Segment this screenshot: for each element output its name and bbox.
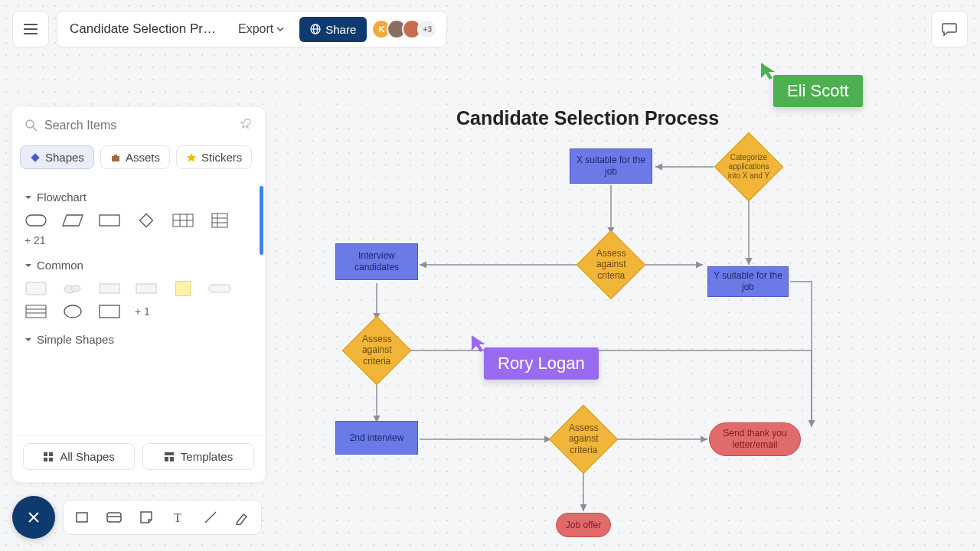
flowchart-more[interactable]: + 21 [24, 234, 253, 246]
templates-button[interactable]: Templates [142, 443, 254, 470]
briefcase-icon [110, 152, 121, 163]
svg-rect-9 [112, 156, 119, 161]
shape-cloud[interactable] [61, 279, 84, 298]
svg-rect-26 [136, 284, 156, 293]
node-job-offer[interactable]: Job offer [556, 513, 611, 537]
svg-rect-13 [140, 214, 153, 227]
shapes-panel: Shapes Assets Stickers Flowchart + 21 Co [12, 107, 265, 482]
chevron-down-icon [276, 27, 284, 31]
all-shapes-button[interactable]: All Shapes [23, 443, 135, 470]
svg-text:T: T [174, 511, 181, 524]
tool-text[interactable]: T [165, 504, 192, 531]
svg-rect-43 [107, 513, 121, 522]
node-assess3[interactable]: Assess against criteria [549, 405, 619, 474]
shape-card1[interactable] [24, 279, 47, 298]
tool-highlighter[interactable] [229, 504, 256, 531]
chevron-down-icon [24, 336, 32, 344]
node-categorize[interactable]: Categorize applications into X and Y [714, 132, 784, 202]
svg-rect-27 [209, 285, 230, 292]
section-common[interactable]: Common [24, 259, 253, 272]
tool-line[interactable] [197, 504, 224, 531]
svg-point-6 [26, 120, 34, 128]
svg-line-7 [33, 127, 37, 131]
tab-shapes[interactable]: Shapes [20, 145, 94, 169]
svg-rect-12 [100, 215, 119, 226]
node-assess2[interactable]: Assess against criteria [342, 316, 412, 386]
section-flowchart[interactable]: Flowchart [24, 191, 253, 204]
comments-button[interactable] [931, 11, 968, 47]
cursor-user1: Eli Scott [773, 75, 863, 107]
node-assess1[interactable]: Assess against criteria [577, 230, 646, 300]
grid-icon [43, 452, 54, 462]
shape-card2[interactable] [98, 279, 121, 298]
svg-rect-18 [212, 214, 227, 227]
avatar-more[interactable]: +3 [417, 19, 437, 39]
cursor-user2: Rory Logan [484, 347, 599, 380]
section-simple[interactable]: Simple Shapes [24, 333, 253, 346]
svg-rect-28 [26, 305, 46, 318]
chevron-down-icon [24, 262, 32, 269]
diamond-icon [30, 152, 41, 163]
svg-rect-8 [31, 153, 39, 161]
chat-icon [941, 21, 958, 37]
common-more[interactable]: + 1 [135, 305, 150, 318]
canvas-title: Candidate Selection Process [456, 107, 719, 129]
shape-terminator[interactable] [24, 211, 47, 230]
svg-rect-37 [165, 452, 174, 455]
node-interview[interactable]: Interview candidates [335, 243, 418, 280]
svg-rect-11 [26, 215, 46, 226]
svg-rect-38 [165, 457, 168, 461]
shape-pill[interactable] [208, 279, 231, 298]
shape-rectangle[interactable] [98, 211, 121, 230]
shape-sticky[interactable] [172, 279, 194, 298]
tab-stickers[interactable]: Stickers [176, 145, 252, 169]
tool-card[interactable] [100, 504, 128, 531]
tool-strip: T [63, 500, 262, 535]
shape-rows[interactable] [24, 302, 47, 321]
node-y-suitable[interactable]: Y suitable for the job [707, 266, 789, 297]
tool-sticky[interactable] [132, 504, 160, 531]
title-toolbar: Candidate Selection Pro… Export Share K … [57, 11, 447, 47]
svg-rect-10 [114, 155, 117, 156]
tool-rectangle[interactable] [68, 504, 96, 531]
shape-rect2[interactable] [98, 302, 121, 321]
shape-card3[interactable] [135, 279, 158, 298]
pin-icon[interactable] [240, 118, 253, 133]
svg-rect-34 [49, 452, 53, 456]
svg-line-46 [205, 512, 216, 523]
export-button[interactable]: Export [232, 22, 290, 36]
shape-diamond[interactable] [135, 211, 158, 230]
svg-rect-36 [49, 458, 53, 461]
svg-rect-33 [44, 452, 47, 456]
globe-icon [310, 24, 321, 34]
scrollbar[interactable] [260, 186, 263, 255]
svg-point-24 [71, 285, 80, 292]
svg-point-31 [64, 305, 81, 318]
node-x-suitable[interactable]: X suitable for the job [570, 148, 652, 184]
shape-ellipse[interactable] [61, 302, 84, 321]
tab-assets[interactable]: Assets [100, 145, 170, 169]
svg-rect-25 [100, 284, 119, 293]
share-button[interactable]: Share [299, 17, 367, 42]
star-icon [186, 152, 197, 163]
svg-rect-39 [170, 457, 174, 461]
svg-rect-42 [77, 513, 87, 522]
search-input[interactable] [44, 119, 234, 132]
svg-rect-22 [26, 282, 46, 295]
collaborator-avatars[interactable]: K +3 [376, 19, 437, 39]
chevron-down-icon [24, 194, 32, 201]
node-thankyou[interactable]: Send thank you letter/email [709, 422, 801, 456]
shape-parallelogram[interactable] [61, 211, 84, 230]
close-tools-button[interactable] [12, 496, 55, 539]
layout-icon [164, 452, 175, 462]
shape-table2[interactable] [208, 211, 231, 230]
svg-rect-35 [44, 458, 47, 461]
search-icon [24, 119, 38, 132]
svg-rect-32 [100, 305, 119, 318]
shape-table[interactable] [172, 211, 194, 230]
menu-button[interactable] [12, 11, 49, 47]
node-second-interview[interactable]: 2nd interview [335, 421, 418, 455]
document-title[interactable]: Candidate Selection Pro… [70, 21, 223, 37]
